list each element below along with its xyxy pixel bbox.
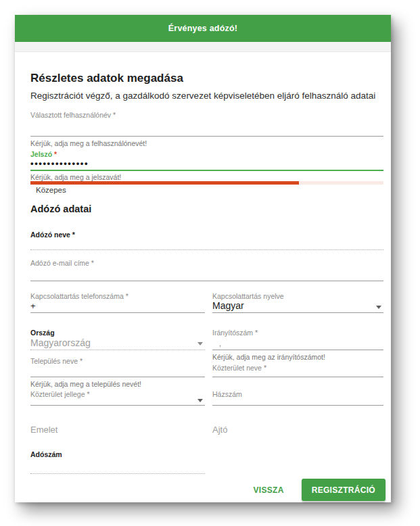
footer-actions: VISSZA REGISZTRÁCIÓ	[248, 479, 386, 501]
country-value: Magyarország	[30, 337, 91, 348]
taxpayer-name-input	[30, 238, 383, 250]
settlement-input[interactable]	[30, 365, 205, 377]
zip-label: Irányítószám *	[212, 329, 258, 337]
chevron-down-icon	[197, 399, 203, 402]
password-hint: Kérjük, adja meg a jelszavát!	[30, 173, 121, 181]
zip-value: ,	[219, 340, 221, 348]
settlement-label: Település neve *	[30, 357, 83, 365]
registration-dialog: Érvényes adózó! Részletes adatok megadás…	[15, 15, 391, 502]
language-value: Magyar	[212, 300, 244, 311]
phone-value: +	[30, 301, 36, 311]
zip-hint: Kérjük, adja meg az irányítószámot!	[212, 353, 325, 361]
username-label: Választott felhasználónév *	[30, 111, 116, 119]
phone-label: Kapcsolattartás telefonszáma *	[30, 292, 129, 300]
house-number-input[interactable]	[212, 393, 383, 406]
password-strength-meter	[30, 181, 383, 185]
page-title: Részletes adatok megadása	[30, 72, 183, 85]
section-title-taxpayer: Adózó adatai	[30, 204, 91, 214]
door-input[interactable]	[212, 423, 383, 438]
language-label: Kapcsolattartás nyelve	[212, 292, 284, 300]
back-button[interactable]: VISSZA	[248, 481, 289, 499]
tax-number-label: Adószám	[30, 450, 62, 458]
username-input[interactable]	[30, 123, 383, 137]
language-select[interactable]: Magyar	[212, 300, 383, 313]
password-masked-value: ••••••••••••••	[30, 158, 89, 168]
floor-input[interactable]	[30, 423, 205, 438]
zip-input[interactable]: ,	[212, 337, 383, 350]
password-input[interactable]: ••••••••••••••	[30, 157, 383, 171]
status-banner-text: Érvényes adózó!	[168, 24, 237, 33]
settlement-hint: Kérjük, adja meg a település nevét!	[30, 380, 141, 388]
tax-number-input	[30, 461, 205, 474]
chevron-down-icon	[197, 342, 203, 345]
username-hint: Kérjük, adja meg a felhasználónevét!	[30, 139, 147, 147]
register-button[interactable]: REGISZTRÁCIÓ	[302, 479, 386, 501]
country-label: Ország	[30, 329, 55, 337]
password-strength-label: Közepes	[36, 186, 66, 194]
toolbar-strip	[15, 42, 391, 52]
taxpayer-email-input[interactable]	[30, 268, 383, 281]
country-select: Magyarország	[30, 337, 205, 350]
taxpayer-email-label: Adózó e-mail címe *	[30, 259, 94, 267]
status-banner: Érvényes adózó!	[15, 15, 391, 42]
password-strength-fill	[30, 181, 299, 185]
page-subtitle: Regisztrációt végző, a gazdálkodó szerve…	[30, 91, 383, 101]
street-type-select[interactable]	[30, 393, 205, 406]
chevron-down-icon	[376, 306, 381, 309]
street-name-input[interactable]	[212, 365, 383, 377]
phone-input[interactable]: +	[30, 300, 205, 313]
